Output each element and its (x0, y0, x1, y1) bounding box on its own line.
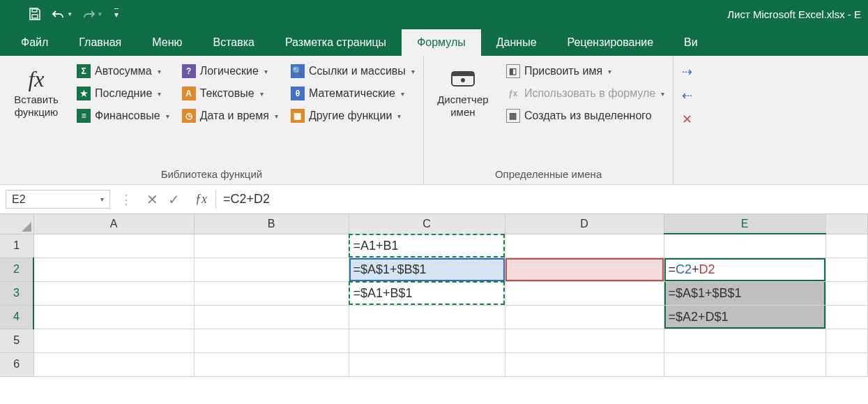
cell-A2[interactable] (33, 257, 194, 281)
date-time-button[interactable]: ◷Дата и время▾ (181, 107, 280, 124)
tab-page-layout[interactable]: Разметка страницы (270, 29, 402, 56)
cell-C1[interactable]: =A1+B1 (349, 234, 505, 257)
cell-F6[interactable] (825, 352, 867, 376)
tag-icon: ◧ (506, 64, 520, 78)
cell-F3[interactable] (825, 281, 867, 305)
cell-B1[interactable] (194, 234, 349, 257)
remove-arrows-button[interactable]: ✕ (680, 110, 694, 128)
cell-C3[interactable]: =$A1+B$1 (349, 281, 505, 305)
insert-function-button[interactable]: fx Вставить функцию (7, 61, 66, 167)
function-library-group-label: Библиотека функций (7, 167, 416, 181)
cell-A4[interactable] (33, 305, 194, 329)
column-header-C[interactable]: C (349, 214, 505, 234)
more-label: Другие функции (309, 110, 393, 122)
cell-C5[interactable] (349, 329, 505, 352)
cell-C2[interactable]: =$A$1+$B$1 (349, 257, 505, 281)
column-header-F[interactable] (825, 214, 867, 234)
row-header-5[interactable]: 5 (0, 329, 33, 352)
cell-D3[interactable] (505, 281, 664, 305)
tab-file[interactable]: Файл (6, 29, 63, 56)
cell-C4[interactable] (349, 305, 505, 329)
tab-data[interactable]: Данные (481, 29, 552, 56)
cell-D4[interactable] (505, 305, 664, 329)
autosum-button[interactable]: ΣАвтосумма▾ (75, 63, 171, 80)
qat-customize-icon[interactable]: ▾ (114, 8, 119, 20)
formula-input[interactable]: =C2+D2 (216, 185, 868, 214)
financial-button[interactable]: ≡Финансовые▾ (75, 107, 171, 124)
logical-button[interactable]: ?Логические▾ (181, 63, 280, 80)
trace-precedents-button[interactable]: ⇢ (680, 63, 694, 81)
define-name-button[interactable]: ◧Присвоить имя▾ (505, 63, 666, 80)
tab-menu[interactable]: Меню (137, 29, 197, 56)
save-button[interactable] (28, 7, 42, 21)
cancel-formula-button[interactable]: ✕ (146, 191, 158, 208)
cell-E1[interactable] (664, 234, 825, 257)
formula-input-value: =C2+D2 (223, 192, 270, 207)
undo-button[interactable]: ▾ (52, 7, 72, 21)
cell-B2[interactable] (194, 257, 349, 281)
tab-review[interactable]: Рецензирование (552, 29, 669, 56)
cell-B5[interactable] (194, 329, 349, 352)
redo-button[interactable]: ▾ (82, 7, 102, 21)
use-in-formula-button[interactable]: ƒxИспользовать в формуле▾ (505, 85, 666, 102)
text-icon: A (182, 87, 196, 100)
column-header-D[interactable]: D (505, 214, 664, 234)
tab-home[interactable]: Главная (63, 29, 137, 56)
row-header-1[interactable]: 1 (0, 234, 33, 257)
cell-D1[interactable] (505, 234, 664, 257)
cell-E2[interactable]: =C2+D2 (664, 257, 825, 281)
redo-icon (82, 7, 96, 21)
cell-B6[interactable] (194, 352, 349, 376)
column-header-B[interactable]: B (194, 214, 349, 234)
cell-A6[interactable] (33, 352, 194, 376)
name-box-value: E2 (12, 193, 26, 206)
cell-E6[interactable] (664, 352, 825, 376)
cell-B4[interactable] (194, 305, 349, 329)
cell-A1[interactable] (33, 234, 194, 257)
enter-formula-button[interactable]: ✓ (168, 191, 180, 208)
clock-icon: ◷ (182, 109, 196, 123)
cell-E3[interactable]: =$A$1+$B$1 (664, 281, 825, 305)
cell-D2[interactable] (505, 257, 664, 281)
column-header-A[interactable]: A (33, 214, 194, 234)
cell-D5[interactable] (505, 329, 664, 352)
row-header-4[interactable]: 4 (0, 305, 33, 329)
fx-small-icon: ƒx (506, 87, 520, 100)
cell-F4[interactable] (825, 305, 867, 329)
tab-formulas[interactable]: Формулы (402, 29, 481, 56)
tab-view[interactable]: Ви (669, 29, 713, 56)
select-all-button[interactable] (0, 214, 33, 234)
text-label: Текстовые (200, 87, 254, 100)
name-box[interactable]: E2 ▾ (6, 190, 110, 209)
fx-icon[interactable]: ƒx (187, 190, 216, 209)
create-from-selection-button[interactable]: ▦Создать из выделенного (505, 107, 666, 124)
cell-F5[interactable] (825, 329, 867, 352)
math-trig-button[interactable]: θМатематические▾ (289, 85, 416, 102)
remove-arrows-icon: ✕ (682, 112, 692, 127)
column-header-E[interactable]: E (664, 214, 825, 234)
row-header-6[interactable]: 6 (0, 352, 33, 376)
cell-B3[interactable] (194, 281, 349, 305)
text-button[interactable]: AТекстовые▾ (181, 85, 280, 102)
recently-used-button[interactable]: ★Последние▾ (75, 85, 171, 102)
cell-E2-ref-D2: D2 (699, 262, 715, 276)
name-manager-button[interactable]: Диспетчер имен (431, 61, 495, 167)
cell-A3[interactable] (33, 281, 194, 305)
row-header-3[interactable]: 3 (0, 281, 33, 305)
row-header-2[interactable]: 2 (0, 257, 33, 281)
cell-D6[interactable] (505, 352, 664, 376)
name-box-dropdown-icon[interactable]: ▾ (100, 195, 104, 203)
cell-F2[interactable] (825, 257, 867, 281)
more-functions-button[interactable]: ▦Другие функции▾ (289, 107, 416, 124)
tab-insert[interactable]: Вставка (198, 29, 270, 56)
cell-C6[interactable] (349, 352, 505, 376)
cell-A5[interactable] (33, 329, 194, 352)
trace-dependents-button[interactable]: ⇠ (680, 87, 694, 105)
cell-F1[interactable] (825, 234, 867, 257)
cell-E4[interactable]: =$A2+D$1 (664, 305, 825, 329)
cell-E5[interactable] (664, 329, 825, 352)
logical-icon: ? (182, 64, 196, 78)
defined-names-group-label: Определенные имена (431, 167, 666, 181)
lookup-reference-button[interactable]: 🔍Ссылки и массивы▾ (289, 63, 416, 80)
cell-E2-plus: + (692, 262, 699, 276)
